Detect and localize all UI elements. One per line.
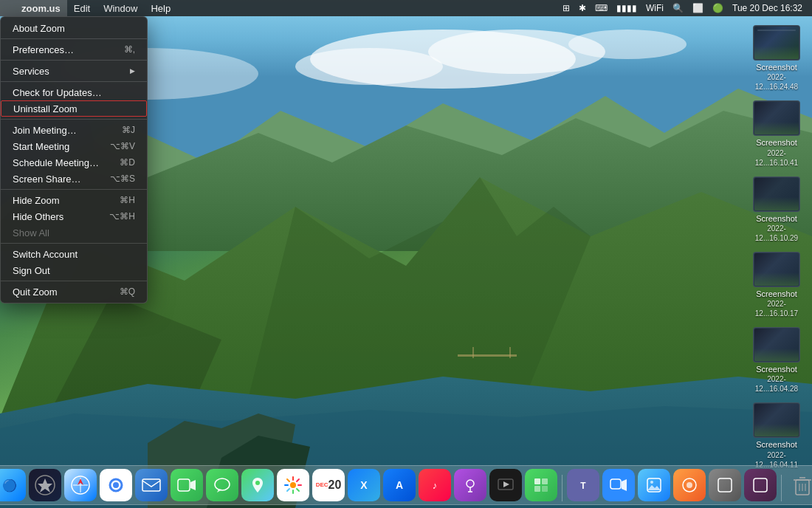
dock-podcasts[interactable] xyxy=(454,469,486,501)
svg-rect-28 xyxy=(142,479,160,491)
svg-text:X: X xyxy=(360,479,368,491)
icon-label-1: Screenshot 2022-12...16.24.48 xyxy=(750,62,803,92)
svg-marker-60 xyxy=(647,485,661,490)
dock-appletv[interactable] xyxy=(489,469,522,501)
menu-join-meeting[interactable]: Join Meeting… ⌘J xyxy=(1,122,147,138)
svg-rect-52 xyxy=(542,478,548,484)
svg-point-4 xyxy=(568,30,687,59)
svg-text:♪: ♪ xyxy=(433,480,438,491)
menu-divider-5 xyxy=(1,189,147,190)
menubar-control2[interactable]: ⬜ xyxy=(689,0,707,16)
desktop-icons: Screenshot 2022-12...16.24.48 Screenshot… xyxy=(747,22,806,473)
menu-show-all: Show All xyxy=(1,224,147,241)
dock-xcode[interactable]: X xyxy=(348,469,380,501)
menubar-wifi[interactable]: WiFi xyxy=(642,0,667,16)
svg-point-59 xyxy=(650,481,653,484)
dock-maps[interactable] xyxy=(241,469,274,501)
svg-marker-30 xyxy=(190,480,196,490)
icon-thumbnail-2 xyxy=(753,100,800,136)
icon-thumbnail-5 xyxy=(753,327,800,363)
dock-preview[interactable] xyxy=(638,469,670,501)
dock-launchpad[interactable] xyxy=(29,469,61,501)
dock-facetime[interactable] xyxy=(171,469,203,501)
menubar: zoom.us Edit Window Help ⊞ ✱ ⌨ ▮▮▮▮ WiFi… xyxy=(0,0,812,16)
dock-divider-2 xyxy=(781,475,782,501)
dock-appstore[interactable]: A xyxy=(383,469,416,501)
menu-schedule-meeting[interactable]: Schedule Meeting… ⌘D xyxy=(1,154,147,171)
dock-safari[interactable] xyxy=(64,469,97,501)
icon-thumbnail-6 xyxy=(753,402,800,438)
svg-point-3 xyxy=(295,48,443,85)
dock-music[interactable]: ♪ xyxy=(419,469,451,501)
menu-start-meeting[interactable]: Start Meeting ⌥⌘V xyxy=(1,138,147,154)
menu-screen-share[interactable]: Screen Share… ⌥⌘S xyxy=(1,171,147,187)
svg-marker-50 xyxy=(503,481,509,487)
desktop-icon-screenshot-4[interactable]: Screenshot 2022-12...16.10.17 xyxy=(747,249,806,321)
svg-line-41 xyxy=(297,479,299,481)
svg-rect-63 xyxy=(718,478,732,492)
dock-teams[interactable]: T xyxy=(567,469,599,501)
dock-pastel[interactable] xyxy=(673,469,706,501)
window-menu[interactable]: Window xyxy=(97,0,144,16)
dock-divider xyxy=(562,475,562,501)
edit-menu[interactable]: Edit xyxy=(67,0,97,16)
menubar-bluetooth[interactable]: ✱ xyxy=(575,0,590,16)
dock-calendar[interactable]: DEC 20 xyxy=(312,469,345,501)
desktop-icon-screenshot-6[interactable]: Screenshot 2022-12...16.04.11 xyxy=(747,399,806,472)
menu-hide-zoom[interactable]: Hide Zoom ⌘H xyxy=(1,192,147,208)
zoom-menu-trigger[interactable]: zoom.us xyxy=(15,0,67,16)
svg-marker-21 xyxy=(38,478,52,492)
menu-sign-out[interactable]: Sign Out xyxy=(1,262,147,278)
dock-chrome[interactable] xyxy=(100,469,132,501)
apple-menu[interactable] xyxy=(0,0,15,16)
svg-rect-54 xyxy=(542,486,548,492)
help-menu[interactable]: Help xyxy=(144,0,177,16)
menubar-battery[interactable]: ▮▮▮▮ xyxy=(613,0,641,16)
desktop-icon-screenshot-5[interactable]: Screenshot 2022-12...16.04.28 xyxy=(747,324,806,397)
menu-uninstall-zoom[interactable]: Uninstall Zoom xyxy=(1,100,147,117)
menubar-controlcenter[interactable]: ⊞ xyxy=(559,0,574,16)
dock-zoom[interactable] xyxy=(602,469,635,501)
dock-photos[interactable] xyxy=(277,469,309,501)
dock-messages[interactable] xyxy=(206,469,238,501)
dock: 🔵 xyxy=(0,465,812,505)
svg-rect-51 xyxy=(534,478,540,484)
svg-line-40 xyxy=(297,489,299,491)
menu-about-zoom[interactable]: About Zoom xyxy=(1,20,147,36)
menubar-keyboard[interactable]: ⌨ xyxy=(591,0,611,16)
desktop-icon-screenshot-3[interactable]: Screenshot 2022-12...16.10.29 xyxy=(747,174,806,246)
svg-marker-57 xyxy=(622,479,627,491)
menu-divider-1 xyxy=(1,38,147,39)
menu-check-updates[interactable]: Check for Updates… xyxy=(1,84,147,100)
menu-divider-4 xyxy=(1,119,147,120)
svg-point-62 xyxy=(687,482,692,488)
menu-preferences[interactable]: Preferences… ⌘, xyxy=(1,41,147,58)
dock-mail[interactable] xyxy=(135,469,168,501)
dock-finder[interactable]: 🔵 xyxy=(0,469,26,501)
dock-app2[interactable] xyxy=(744,469,777,501)
dock-app1[interactable] xyxy=(709,469,741,501)
icon-label-2: Screenshot 2022-12...16.10.41 xyxy=(750,137,803,167)
icon-label-4: Screenshot 2022-12...16.10.17 xyxy=(750,289,803,318)
menu-hide-others[interactable]: Hide Others ⌥⌘H xyxy=(1,208,147,224)
dock-numbers[interactable] xyxy=(525,469,557,501)
desktop-icon-screenshot-2[interactable]: Screenshot 2022-12...16.10.41 xyxy=(747,97,806,170)
icon-label-3: Screenshot 2022-12...16.10.29 xyxy=(750,213,803,243)
menu-quit-zoom[interactable]: Quit Zoom ⌘Q xyxy=(1,284,147,300)
svg-line-42 xyxy=(287,489,289,491)
menu-switch-account[interactable]: Switch Account xyxy=(1,246,147,262)
menu-services[interactable]: Services xyxy=(1,63,147,79)
dock-trash[interactable] xyxy=(786,469,812,501)
menu-divider-7 xyxy=(1,281,147,281)
menubar-search[interactable]: 🔍 xyxy=(669,0,687,16)
svg-text:A: A xyxy=(396,479,403,491)
icon-label-5: Screenshot 2022-12...16.04.28 xyxy=(750,364,803,394)
svg-rect-15 xyxy=(458,354,517,357)
desktop-icon-screenshot-1[interactable]: Screenshot 2022-12...16.24.48 xyxy=(747,22,806,95)
menu-divider-6 xyxy=(1,243,147,244)
menu-divider-2 xyxy=(1,60,147,61)
svg-rect-64 xyxy=(754,478,767,492)
icon-thumbnail-3 xyxy=(753,176,800,212)
svg-point-46 xyxy=(467,480,474,487)
menubar-notification[interactable]: 🟢 xyxy=(709,0,727,16)
